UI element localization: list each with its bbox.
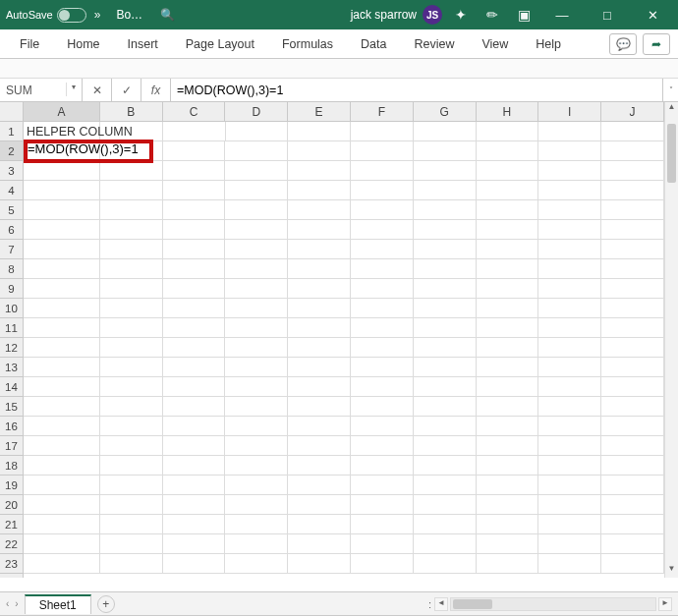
cell-C10[interactable] — [163, 299, 226, 318]
cells-area[interactable]: HELPER COLUMN — [24, 122, 664, 578]
cell-B5[interactable] — [100, 200, 163, 220]
cell-H14[interactable] — [477, 377, 539, 397]
cell-G4[interactable] — [414, 181, 477, 200]
row-header-1[interactable]: 1 — [0, 122, 23, 141]
autosave-toggle[interactable] — [57, 8, 86, 23]
cell-H4[interactable] — [477, 181, 539, 200]
cell-F15[interactable] — [351, 397, 414, 417]
cell-D12[interactable] — [225, 338, 288, 358]
cell-A6[interactable] — [24, 220, 100, 240]
column-header-E[interactable]: E — [288, 102, 351, 121]
cell-B22[interactable] — [100, 534, 163, 554]
row-header-22[interactable]: 22 — [0, 534, 23, 554]
vertical-scroll-thumb[interactable] — [667, 124, 676, 183]
cell-J5[interactable] — [601, 200, 664, 220]
cell-F1[interactable] — [351, 122, 414, 141]
cell-A10[interactable] — [24, 299, 100, 318]
cell-A12[interactable] — [24, 338, 100, 358]
cell-E8[interactable] — [288, 259, 351, 279]
tab-home[interactable]: Home — [55, 31, 111, 57]
cell-B11[interactable] — [100, 318, 163, 338]
cell-A21[interactable] — [24, 515, 100, 534]
cell-I8[interactable] — [538, 259, 601, 279]
cell-D19[interactable] — [225, 476, 288, 495]
row-header-14[interactable]: 14 — [0, 377, 23, 397]
cell-H11[interactable] — [477, 318, 539, 338]
row-header-9[interactable]: 9 — [0, 279, 23, 299]
cell-G17[interactable] — [414, 436, 477, 456]
cell-A15[interactable] — [24, 397, 100, 417]
cell-J14[interactable] — [601, 377, 664, 397]
sheet-nav-right-icon[interactable]: › — [15, 598, 18, 609]
cell-E11[interactable] — [288, 318, 351, 338]
cell-J2[interactable] — [601, 141, 664, 161]
cell-J11[interactable] — [601, 318, 664, 338]
cell-E13[interactable] — [288, 358, 351, 377]
cell-G21[interactable] — [414, 515, 477, 534]
cell-C8[interactable] — [163, 259, 226, 279]
column-header-F[interactable]: F — [351, 102, 414, 121]
cell-G22[interactable] — [414, 534, 477, 554]
cell-C18[interactable] — [163, 456, 226, 476]
cell-B2[interactable] — [100, 141, 163, 161]
close-button[interactable]: ✕ — [633, 8, 672, 23]
cell-C4[interactable] — [163, 181, 226, 200]
cell-D23[interactable] — [225, 554, 288, 574]
cell-H22[interactable] — [477, 534, 539, 554]
cell-J16[interactable] — [601, 417, 664, 436]
row-header-12[interactable]: 12 — [0, 338, 23, 358]
cell-F21[interactable] — [351, 515, 414, 534]
horizontal-scroll-thumb[interactable] — [453, 599, 492, 609]
maximize-button[interactable]: □ — [588, 8, 627, 23]
cell-E17[interactable] — [288, 436, 351, 456]
cell-B23[interactable] — [100, 554, 163, 574]
cell-I14[interactable] — [538, 377, 601, 397]
tab-page-layout[interactable]: Page Layout — [174, 31, 266, 57]
cell-A22[interactable] — [24, 534, 100, 554]
cell-E6[interactable] — [288, 220, 351, 240]
row-header-5[interactable]: 5 — [0, 200, 23, 220]
cell-D20[interactable] — [225, 495, 288, 515]
cell-A3[interactable] — [24, 161, 100, 181]
row-header-16[interactable]: 16 — [0, 417, 23, 436]
cell-F13[interactable] — [351, 358, 414, 377]
cell-I19[interactable] — [538, 476, 601, 495]
share-button[interactable]: ➦ — [643, 33, 670, 55]
cell-B15[interactable] — [100, 397, 163, 417]
column-header-D[interactable]: D — [225, 102, 288, 121]
cell-J21[interactable] — [601, 515, 664, 534]
cell-E2[interactable] — [288, 141, 351, 161]
cell-I9[interactable] — [538, 279, 601, 299]
cell-D6[interactable] — [225, 220, 288, 240]
cell-A7[interactable] — [24, 240, 100, 259]
fx-icon[interactable]: fx — [141, 79, 171, 101]
tab-data[interactable]: Data — [349, 31, 398, 57]
cell-I21[interactable] — [538, 515, 601, 534]
cell-I17[interactable] — [538, 436, 601, 456]
premium-icon[interactable]: ✦ — [448, 7, 474, 23]
cell-E22[interactable] — [288, 534, 351, 554]
cell-F2[interactable] — [351, 141, 414, 161]
cell-A11[interactable] — [24, 318, 100, 338]
sheet-tab-sheet1[interactable]: Sheet1 — [25, 594, 91, 614]
cell-E7[interactable] — [288, 240, 351, 259]
cell-A4[interactable] — [24, 181, 100, 200]
cell-B20[interactable] — [100, 495, 163, 515]
ribbon-display-icon[interactable]: ▣ — [511, 7, 537, 23]
tab-insert[interactable]: Insert — [116, 31, 170, 57]
cell-H23[interactable] — [477, 554, 539, 574]
cell-G12[interactable] — [414, 338, 477, 358]
cell-J22[interactable] — [601, 534, 664, 554]
row-header-2[interactable]: 2 — [0, 141, 23, 161]
cell-A17[interactable] — [24, 436, 100, 456]
cell-G5[interactable] — [414, 200, 477, 220]
cell-J9[interactable] — [601, 279, 664, 299]
cell-H3[interactable] — [477, 161, 539, 181]
cell-C15[interactable] — [163, 397, 226, 417]
cell-D22[interactable] — [225, 534, 288, 554]
qat-overflow[interactable]: » — [92, 8, 103, 22]
tab-review[interactable]: Review — [402, 31, 466, 57]
cell-I2[interactable] — [538, 141, 601, 161]
cell-G7[interactable] — [414, 240, 477, 259]
cell-A18[interactable] — [24, 456, 100, 476]
